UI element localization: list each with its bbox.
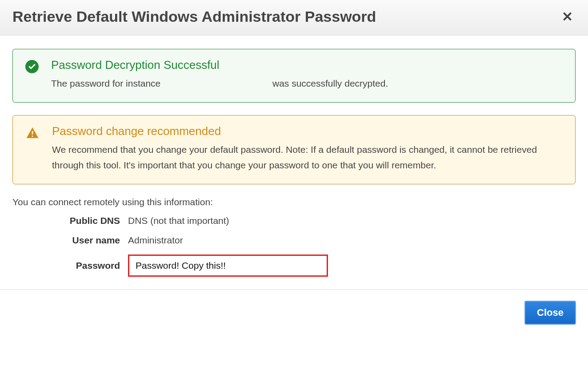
password-cell: Password! Copy this!!	[128, 255, 576, 277]
modal-footer: Close	[0, 289, 588, 333]
alert-success: Password Decryption Successful The passw…	[12, 49, 576, 103]
value-public-dns: DNS (not that important)	[128, 215, 576, 226]
alert-success-text: The password for instance was successful…	[51, 76, 388, 92]
value-user-name: Administrator	[128, 235, 576, 246]
value-password[interactable]: Password! Copy this!!	[128, 255, 328, 277]
svg-rect-1	[32, 135, 33, 137]
alert-warning-text: We recommend that you change your defaul…	[52, 142, 563, 173]
svg-rect-0	[32, 131, 33, 134]
close-icon[interactable]: ✕	[559, 10, 576, 24]
connect-intro: You can connect remotely using this info…	[12, 197, 576, 207]
alert-warning-content: Password change recommended We recommend…	[52, 124, 563, 173]
alert-warning-title: Password change recommended	[52, 124, 563, 138]
warning-triangle-icon	[25, 126, 40, 173]
alert-success-title: Password Decryption Successful	[51, 58, 388, 72]
modal-title: Retrieve Default Windows Administrator P…	[12, 8, 376, 25]
alert-warning: Password change recommended We recommend…	[12, 115, 576, 184]
label-password: Password	[12, 260, 128, 271]
modal-body: Password Decryption Successful The passw…	[0, 36, 588, 277]
label-public-dns: Public DNS	[12, 215, 128, 226]
check-circle-icon	[25, 60, 39, 92]
alert-success-content: Password Decryption Successful The passw…	[51, 58, 388, 92]
close-button[interactable]: Close	[525, 301, 576, 324]
label-user-name: User name	[12, 235, 128, 246]
modal-header: Retrieve Default Windows Administrator P…	[0, 0, 588, 36]
connection-info: Public DNS DNS (not that important) User…	[12, 215, 576, 277]
